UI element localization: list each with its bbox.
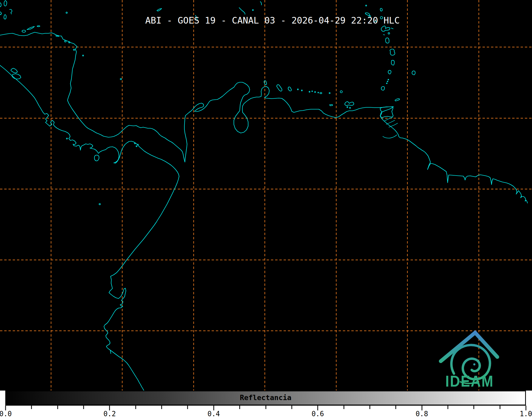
island [0, 12, 2, 15]
lake-nicaragua [12, 74, 21, 79]
island-ring [320, 93, 322, 94]
coastline-caribbean-mainland [0, 32, 528, 203]
colorbar-tick [343, 406, 344, 409]
island-dot [134, 143, 135, 144]
colorbar-ticks [6, 406, 526, 410]
colorbar-tick [265, 406, 266, 409]
delta-channel [389, 123, 398, 127]
delta-channel [383, 135, 397, 138]
colorbar-tick [135, 406, 136, 409]
islands-abc-and-venezuela [264, 81, 354, 108]
logo-spiral-eye [473, 363, 475, 365]
island-dot [366, 5, 367, 6]
islands-bay-of-honduras [0, 1, 84, 56]
colorbar-tick-label: 0.8 [416, 410, 428, 417]
island-providencia [120, 79, 122, 80]
island-coiba [94, 155, 99, 161]
map-area: ABI - GOES 19 - CANAL 03 - 2026-04-29 22… [0, 0, 532, 391]
colorbar-tick-label: 1.0 [520, 410, 532, 417]
island-guadeloupe [381, 26, 390, 31]
colorbar-tick [395, 406, 396, 409]
island-dot [312, 91, 313, 92]
island-dot [347, 107, 348, 108]
island-tobago [395, 99, 400, 101]
island-fragment [260, 2, 262, 5]
colorbar-area: Reflectancia 0.0 0.2 [0, 391, 532, 417]
island-dot [387, 83, 387, 84]
delta-channel [386, 120, 395, 124]
image-title: ABI - GOES 19 - CANAL 03 - 2026-04-29 22… [145, 15, 400, 26]
island-dot [318, 92, 319, 93]
island-malpelo [99, 204, 101, 205]
map-canvas [0, 0, 532, 391]
island-dash [391, 28, 393, 29]
colorbar-tick [499, 406, 500, 409]
colorbar-tick [239, 406, 240, 409]
coastline-pacific-mainland [0, 65, 179, 391]
island-swan [66, 12, 67, 13]
island-dot [74, 49, 75, 51]
colorbar-tick-label: 0.2 [103, 410, 116, 417]
island-fragment [239, 8, 245, 14]
orinoco-delta-channels [383, 117, 398, 138]
colorbar-title: Reflectancia [240, 393, 291, 402]
lake-managua [11, 68, 17, 73]
island-dot [349, 107, 351, 108]
island-dot [252, 10, 253, 11]
island-dot [56, 35, 57, 36]
island-dot [65, 40, 66, 42]
island-st-vincent [388, 70, 391, 74]
island-st-lucia [391, 60, 394, 65]
island-dot [315, 91, 316, 93]
island [4, 15, 6, 19]
colorbar-tick [31, 406, 32, 409]
colorbar-tick [447, 406, 448, 409]
island-dot [301, 90, 302, 91]
island-dot [329, 93, 330, 94]
island-ring [388, 33, 390, 34]
island-guanaja [37, 26, 40, 27]
colorbar-tick [369, 406, 370, 409]
colorbar-tick [83, 406, 84, 409]
colorbar-tick [291, 406, 292, 409]
island [10, 10, 12, 14]
island-curacao [277, 85, 282, 91]
island-dot [83, 55, 84, 56]
island-trinidad-tobago [380, 99, 400, 117]
islands-caribbean-west [66, 79, 122, 205]
gridlines [0, 0, 532, 391]
island-dash [383, 35, 385, 35]
island-dot [136, 146, 137, 147]
colorbar-tick-labels: 0.0 0.2 0.4 0.6 0.8 1.0 [6, 411, 526, 417]
island-aruba [264, 81, 267, 85]
island-dot [388, 79, 389, 80]
island-barbados [412, 71, 415, 75]
satellite-image-view: ABI - GOES 19 - CANAL 03 - 2026-04-29 22… [0, 0, 532, 417]
island-roatan [27, 26, 34, 30]
coastlines [0, 1, 528, 391]
island-bonaire [288, 87, 292, 91]
island-fragment [157, 8, 162, 11]
island-grenada [381, 86, 385, 90]
island-dot [309, 91, 310, 92]
island-dot [297, 89, 298, 90]
island-utila [22, 30, 26, 32]
island-barbuda [380, 8, 382, 11]
island-dot [66, 138, 67, 139]
island-dot [137, 144, 138, 145]
colorbar-tick [187, 406, 188, 409]
island-ring [340, 91, 342, 93]
island-margarita [345, 102, 354, 106]
island-dot [387, 81, 388, 82]
island-martinique [390, 49, 395, 56]
colorbar-tick [161, 406, 162, 409]
island [0, 3, 1, 7]
colorbar-tick [474, 406, 474, 409]
ideam-logo-text: IDEAM [445, 373, 494, 389]
colorbar-tick [57, 406, 58, 409]
island-tortuga [330, 104, 333, 106]
islands-panama-pacific [94, 143, 138, 161]
colorbar-tick-label: 0.0 [0, 410, 12, 417]
colorbar-tick-label: 0.4 [207, 410, 220, 417]
island-puna [110, 351, 111, 354]
